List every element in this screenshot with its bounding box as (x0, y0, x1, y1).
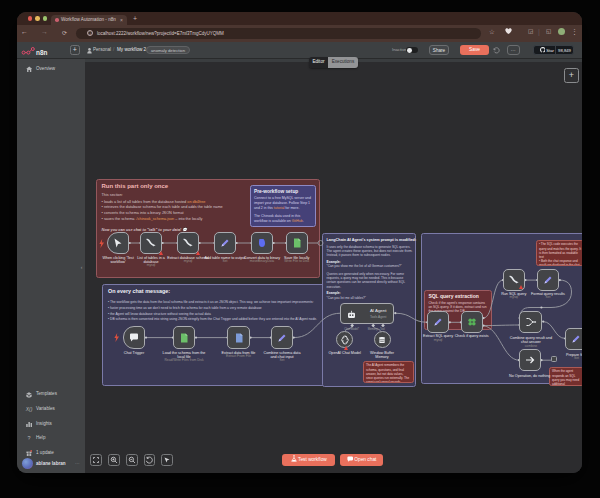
svg-text:n8n: n8n (36, 49, 47, 56)
